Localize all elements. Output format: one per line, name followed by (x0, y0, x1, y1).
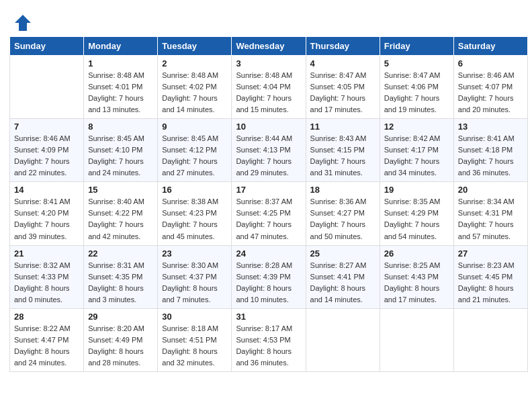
day-info: Sunrise: 8:27 AMSunset: 4:41 PMDaylight:… (310, 260, 375, 306)
day-number: 28 (14, 312, 79, 322)
calendar-cell: 20 Sunrise: 8:34 AMSunset: 4:31 PMDaylig… (453, 182, 527, 245)
calendar-cell: 16 Sunrise: 8:38 AMSunset: 4:23 PMDaylig… (158, 182, 232, 245)
day-number: 31 (236, 312, 301, 322)
day-info: Sunrise: 8:43 AMSunset: 4:15 PMDaylight:… (310, 133, 375, 179)
day-number: 16 (162, 185, 227, 195)
day-number: 10 (236, 122, 301, 132)
day-number: 18 (310, 185, 375, 195)
day-number: 15 (88, 185, 153, 195)
day-info: Sunrise: 8:41 AMSunset: 4:20 PMDaylight:… (14, 196, 79, 242)
day-info: Sunrise: 8:41 AMSunset: 4:18 PMDaylight:… (458, 133, 523, 179)
svg-marker-0 (15, 15, 31, 31)
day-info: Sunrise: 8:47 AMSunset: 4:05 PMDaylight:… (310, 70, 375, 116)
day-info: Sunrise: 8:38 AMSunset: 4:23 PMDaylight:… (162, 196, 227, 242)
calendar-cell: 27 Sunrise: 8:23 AMSunset: 4:45 PMDaylig… (453, 245, 527, 308)
day-info: Sunrise: 8:31 AMSunset: 4:35 PMDaylight:… (88, 260, 153, 306)
calendar-cell: 1 Sunrise: 8:48 AMSunset: 4:01 PMDayligh… (84, 56, 158, 119)
day-number: 12 (384, 122, 449, 132)
day-number: 25 (310, 248, 375, 259)
calendar-cell: 11 Sunrise: 8:43 AMSunset: 4:15 PMDaylig… (306, 119, 380, 182)
day-info: Sunrise: 8:34 AMSunset: 4:31 PMDaylight:… (458, 196, 523, 242)
calendar-cell: 10 Sunrise: 8:44 AMSunset: 4:13 PMDaylig… (232, 119, 306, 182)
day-number: 2 (162, 58, 227, 68)
day-header-saturday: Saturday (453, 37, 527, 56)
calendar-cell: 13 Sunrise: 8:41 AMSunset: 4:18 PMDaylig… (453, 119, 527, 182)
day-info: Sunrise: 8:42 AMSunset: 4:17 PMDaylight:… (384, 133, 449, 179)
calendar-cell: 4 Sunrise: 8:47 AMSunset: 4:05 PMDayligh… (306, 56, 380, 119)
day-info: Sunrise: 8:36 AMSunset: 4:27 PMDaylight:… (310, 196, 375, 242)
day-header-monday: Monday (84, 37, 158, 56)
day-info: Sunrise: 8:28 AMSunset: 4:39 PMDaylight:… (236, 260, 301, 306)
day-info: Sunrise: 8:48 AMSunset: 4:02 PMDaylight:… (162, 70, 227, 116)
day-number: 3 (236, 58, 301, 68)
day-header-wednesday: Wednesday (232, 37, 306, 56)
day-info: Sunrise: 8:25 AMSunset: 4:43 PMDaylight:… (384, 260, 449, 306)
day-info: Sunrise: 8:35 AMSunset: 4:29 PMDaylight:… (384, 196, 449, 242)
day-info: Sunrise: 8:48 AMSunset: 4:01 PMDaylight:… (88, 70, 153, 116)
calendar-cell (380, 308, 453, 371)
calendar-cell: 30 Sunrise: 8:18 AMSunset: 4:51 PMDaylig… (158, 308, 232, 371)
day-number: 29 (88, 312, 153, 322)
day-number: 17 (236, 185, 301, 195)
calendar-cell: 7 Sunrise: 8:46 AMSunset: 4:09 PMDayligh… (10, 119, 84, 182)
day-info: Sunrise: 8:46 AMSunset: 4:07 PMDaylight:… (458, 70, 523, 116)
calendar-cell (453, 308, 527, 371)
calendar-cell: 18 Sunrise: 8:36 AMSunset: 4:27 PMDaylig… (306, 182, 380, 245)
day-number: 13 (458, 122, 523, 132)
calendar-cell: 19 Sunrise: 8:35 AMSunset: 4:29 PMDaylig… (380, 182, 453, 245)
calendar-cell: 23 Sunrise: 8:30 AMSunset: 4:37 PMDaylig… (158, 245, 232, 308)
day-number: 7 (14, 122, 79, 132)
day-number: 8 (88, 122, 153, 132)
calendar-cell: 15 Sunrise: 8:40 AMSunset: 4:22 PMDaylig… (84, 182, 158, 245)
calendar-cell: 26 Sunrise: 8:25 AMSunset: 4:43 PMDaylig… (380, 245, 453, 308)
calendar-cell (10, 56, 84, 119)
calendar-cell: 17 Sunrise: 8:37 AMSunset: 4:25 PMDaylig… (232, 182, 306, 245)
calendar-cell: 12 Sunrise: 8:42 AMSunset: 4:17 PMDaylig… (380, 119, 453, 182)
day-number: 14 (14, 185, 79, 195)
day-number: 30 (162, 312, 227, 322)
header (7, 7, 525, 36)
day-info: Sunrise: 8:30 AMSunset: 4:37 PMDaylight:… (162, 260, 227, 306)
day-info: Sunrise: 8:40 AMSunset: 4:22 PMDaylight:… (88, 196, 153, 242)
day-number: 6 (458, 58, 523, 68)
day-number: 5 (384, 58, 449, 68)
day-number: 26 (384, 248, 449, 259)
calendar-cell: 6 Sunrise: 8:46 AMSunset: 4:07 PMDayligh… (453, 56, 527, 119)
day-number: 21 (14, 248, 79, 259)
day-info: Sunrise: 8:22 AMSunset: 4:47 PMDaylight:… (14, 323, 79, 369)
day-number: 1 (88, 58, 153, 68)
calendar-cell: 8 Sunrise: 8:45 AMSunset: 4:10 PMDayligh… (84, 119, 158, 182)
calendar-cell: 24 Sunrise: 8:28 AMSunset: 4:39 PMDaylig… (232, 245, 306, 308)
calendar-cell: 22 Sunrise: 8:31 AMSunset: 4:35 PMDaylig… (84, 245, 158, 308)
day-header-thursday: Thursday (306, 37, 380, 56)
logo (13, 13, 34, 32)
day-number: 23 (162, 248, 227, 259)
calendar-week-3: 14 Sunrise: 8:41 AMSunset: 4:20 PMDaylig… (10, 182, 528, 245)
calendar-week-1: 1 Sunrise: 8:48 AMSunset: 4:01 PMDayligh… (10, 56, 528, 119)
day-info: Sunrise: 8:45 AMSunset: 4:10 PMDaylight:… (88, 133, 153, 179)
calendar-week-5: 28 Sunrise: 8:22 AMSunset: 4:47 PMDaylig… (10, 308, 528, 371)
day-number: 4 (310, 58, 375, 68)
calendar-week-2: 7 Sunrise: 8:46 AMSunset: 4:09 PMDayligh… (10, 119, 528, 182)
logo-icon (13, 13, 32, 32)
day-info: Sunrise: 8:47 AMSunset: 4:06 PMDaylight:… (384, 70, 449, 116)
calendar-week-4: 21 Sunrise: 8:32 AMSunset: 4:33 PMDaylig… (10, 245, 528, 308)
calendar-cell (306, 308, 380, 371)
day-header-friday: Friday (380, 37, 453, 56)
day-info: Sunrise: 8:37 AMSunset: 4:25 PMDaylight:… (236, 196, 301, 242)
day-info: Sunrise: 8:18 AMSunset: 4:51 PMDaylight:… (162, 323, 227, 369)
day-info: Sunrise: 8:17 AMSunset: 4:53 PMDaylight:… (236, 323, 301, 369)
day-info: Sunrise: 8:44 AMSunset: 4:13 PMDaylight:… (236, 133, 301, 179)
calendar-cell: 28 Sunrise: 8:22 AMSunset: 4:47 PMDaylig… (10, 308, 84, 371)
calendar-cell: 25 Sunrise: 8:27 AMSunset: 4:41 PMDaylig… (306, 245, 380, 308)
calendar-cell: 9 Sunrise: 8:45 AMSunset: 4:12 PMDayligh… (158, 119, 232, 182)
day-header-tuesday: Tuesday (158, 37, 232, 56)
day-number: 20 (458, 185, 523, 195)
day-info: Sunrise: 8:45 AMSunset: 4:12 PMDaylight:… (162, 133, 227, 179)
day-info: Sunrise: 8:32 AMSunset: 4:33 PMDaylight:… (14, 260, 79, 306)
day-number: 19 (384, 185, 449, 195)
day-number: 27 (458, 248, 523, 259)
day-number: 11 (310, 122, 375, 132)
calendar-cell: 31 Sunrise: 8:17 AMSunset: 4:53 PMDaylig… (232, 308, 306, 371)
day-info: Sunrise: 8:20 AMSunset: 4:49 PMDaylight:… (88, 323, 153, 369)
